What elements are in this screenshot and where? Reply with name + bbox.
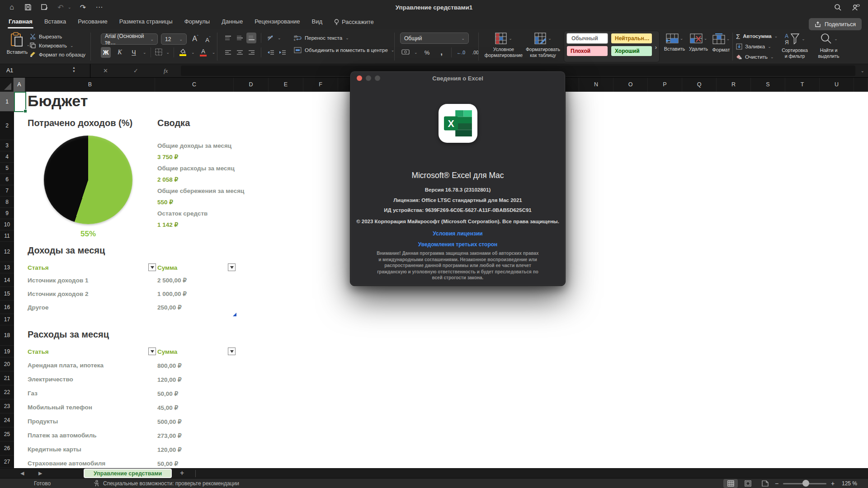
- bold-button[interactable]: Ж: [101, 47, 111, 58]
- row-header[interactable]: 17: [0, 314, 14, 325]
- tab-tell-me[interactable]: Расскажите: [328, 15, 380, 29]
- select-all-corner[interactable]: [0, 78, 14, 92]
- income-item-cell[interactable]: Источник доходов 2: [28, 287, 88, 300]
- undo-icon[interactable]: ↶: [56, 3, 65, 12]
- row-header[interactable]: 24: [0, 413, 14, 427]
- ribbon-tab[interactable]: Главная: [3, 15, 38, 29]
- income-amount-cell[interactable]: 1 000,00 ₽: [157, 287, 187, 300]
- expense-amount-cell[interactable]: 273,00 ₽: [157, 428, 182, 442]
- license-terms-link[interactable]: Условия лицензии: [350, 230, 565, 237]
- row-header[interactable]: 15: [0, 287, 14, 300]
- ribbon-tab[interactable]: Рецензирование: [249, 15, 306, 29]
- expenses-title[interactable]: Расходы за месяц: [28, 329, 109, 340]
- styles-more-icon[interactable]: ›: [655, 44, 657, 51]
- ribbon-tab[interactable]: Вставка: [38, 15, 72, 29]
- cancel-entry-icon[interactable]: ✕: [103, 67, 108, 74]
- row-header[interactable]: 20: [0, 357, 14, 371]
- expense-amount-cell[interactable]: 800,00 ₽: [157, 358, 182, 372]
- expense-amount-cell[interactable]: 120,00 ₽: [157, 442, 182, 456]
- style-chip[interactable]: Плохой: [567, 46, 608, 56]
- ribbon-tab[interactable]: Данные: [216, 15, 249, 29]
- align-top-button[interactable]: [223, 33, 233, 43]
- prev-sheet-icon[interactable]: ◀: [20, 470, 24, 476]
- zoom-level[interactable]: 125 %: [842, 480, 857, 487]
- column-header[interactable]: T: [785, 78, 820, 92]
- summary-item[interactable]: Общие расходы за месяц 2 058 ₽: [157, 163, 244, 185]
- income-amount-cell[interactable]: 250,00 ₽: [157, 300, 182, 314]
- currency-chevron-icon[interactable]: ⌄: [414, 50, 418, 55]
- row-header[interactable]: 12: [0, 242, 14, 262]
- normal-view-button[interactable]: [723, 479, 738, 488]
- row-header[interactable]: 8: [0, 197, 14, 208]
- increase-indent-button[interactable]: [278, 47, 288, 58]
- home-icon[interactable]: ⌂: [7, 3, 16, 12]
- font-color-button[interactable]: А: [199, 48, 208, 56]
- decrease-indent-button[interactable]: [266, 47, 276, 58]
- table-resize-handle[interactable]: [233, 313, 236, 316]
- style-chip[interactable]: Обычный: [567, 33, 608, 43]
- expense-item-cell[interactable]: Арендная плата, ипотека: [28, 358, 104, 372]
- copy-button[interactable]: Копировать ⌄: [30, 42, 85, 48]
- row-header[interactable]: 3: [0, 140, 14, 151]
- pie-section-title[interactable]: Потрачено доходов (%): [28, 118, 132, 128]
- close-icon[interactable]: [357, 75, 362, 81]
- name-box-spinner[interactable]: ▲▼: [72, 66, 75, 73]
- redo-icon[interactable]: ↷: [79, 3, 88, 12]
- row-header[interactable]: 16: [0, 300, 14, 314]
- number-format-select[interactable]: Общий⌄: [400, 33, 469, 44]
- comma-style-button[interactable]: ,: [437, 47, 447, 58]
- column-header[interactable]: S: [751, 78, 785, 92]
- income-col1-header[interactable]: Статья: [28, 264, 49, 271]
- expenses-col1-filter-button[interactable]: [148, 347, 156, 355]
- next-sheet-icon[interactable]: ▶: [38, 470, 42, 476]
- font-name-select[interactable]: Arial (Основной те…⌄: [101, 33, 158, 45]
- row-header[interactable]: 5: [0, 163, 14, 174]
- currency-format-button[interactable]: [401, 49, 410, 56]
- borders-chevron-icon[interactable]: ⌄: [166, 50, 170, 55]
- delete-cells-button[interactable]: ⌄ Удалить: [687, 33, 710, 52]
- income-col2-filter-button[interactable]: [228, 263, 236, 271]
- income-item-cell[interactable]: Источник доходов 1: [28, 273, 88, 287]
- row-header[interactable]: 11: [0, 230, 14, 242]
- column-header[interactable]: U: [820, 78, 854, 92]
- row-header[interactable]: 14: [0, 273, 14, 287]
- summary-item[interactable]: Общие доходы за месяц 3 750 ₽: [157, 140, 244, 163]
- summary-item[interactable]: Общие сбережения за месяц 550 ₽: [157, 185, 244, 208]
- zoom-in-button[interactable]: +: [831, 480, 835, 487]
- column-header[interactable]: P: [648, 78, 682, 92]
- row-header[interactable]: 18: [0, 325, 14, 346]
- align-bottom-button[interactable]: [246, 33, 256, 43]
- insert-function-icon[interactable]: fx: [164, 67, 168, 75]
- column-header[interactable]: N: [579, 78, 613, 92]
- borders-button[interactable]: [155, 48, 162, 56]
- row-header[interactable]: 4: [0, 151, 14, 163]
- column-header[interactable]: B: [25, 78, 155, 92]
- expense-item-cell[interactable]: Электричество: [28, 372, 73, 386]
- formula-bar-expand-icon[interactable]: ⌄: [861, 68, 864, 73]
- column-header[interactable]: A: [14, 78, 25, 92]
- underline-chevron-icon[interactable]: ⌄: [143, 50, 146, 55]
- row-header[interactable]: 27: [0, 455, 14, 468]
- sheet-tab[interactable]: Управление средствами: [84, 469, 172, 478]
- sort-filter-button[interactable]: АЯ ⌄ Сортировкаи фильтр: [777, 33, 813, 59]
- column-header[interactable]: C: [155, 78, 234, 92]
- expenses-col2-header[interactable]: Сумма: [157, 348, 177, 355]
- column-header[interactable]: E: [269, 78, 303, 92]
- ribbon-tab[interactable]: Разметка страницы: [113, 15, 179, 29]
- grow-font-button[interactable]: Аˆ: [190, 33, 200, 44]
- income-col1-filter-button[interactable]: [148, 263, 156, 271]
- expense-item-cell[interactable]: Продукты: [28, 414, 58, 428]
- ribbon-tab[interactable]: Формулы: [179, 15, 216, 29]
- row-header[interactable]: 25: [0, 427, 14, 441]
- zoom-slider-knob[interactable]: [802, 480, 809, 487]
- column-header[interactable]: O: [613, 78, 648, 92]
- column-header[interactable]: [854, 78, 868, 92]
- conditional-formatting-button[interactable]: ⌄ Условноеформатирование: [483, 33, 524, 58]
- expense-amount-cell[interactable]: 50,00 ₽: [157, 456, 178, 468]
- format-painter-button[interactable]: Формат по образцу: [30, 52, 85, 57]
- third-party-notices-link[interactable]: Уведомления третьих сторон: [350, 241, 565, 248]
- summary-title[interactable]: Сводка: [157, 118, 190, 128]
- zoom-out-button[interactable]: −: [775, 480, 778, 487]
- style-chip[interactable]: Нейтральн…: [611, 33, 652, 43]
- expense-amount-cell[interactable]: 50,00 ₽: [157, 386, 178, 400]
